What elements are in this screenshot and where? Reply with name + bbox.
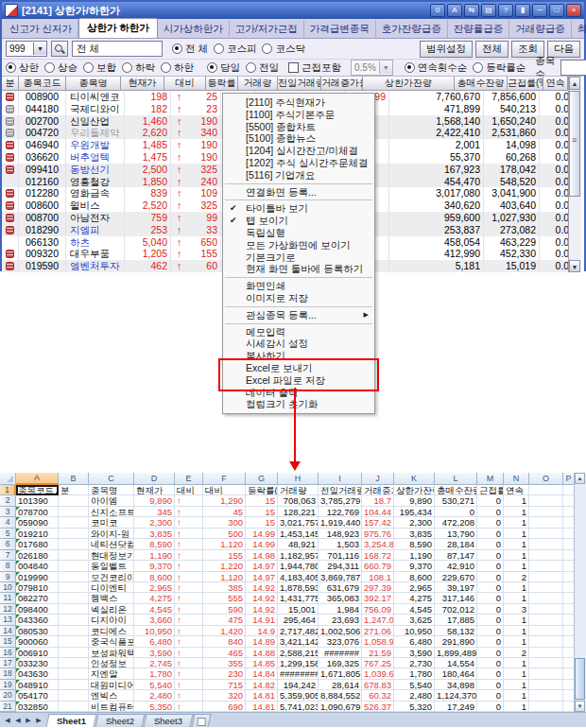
- cell-F[interactable]: 1,290: [203, 495, 246, 506]
- cell-E[interactable]: ↑: [175, 539, 203, 549]
- cell-H[interactable]: 1,878,593: [278, 582, 319, 593]
- cell-M[interactable]: 0: [477, 680, 504, 690]
- cell-B[interactable]: [59, 539, 89, 549]
- cell-L[interactable]: 317,146: [435, 593, 477, 603]
- cell-I[interactable]: 323,076: [319, 636, 362, 647]
- price-option-radio-2[interactable]: [83, 62, 94, 73]
- header-cell-A[interactable]: 종목코드: [16, 485, 59, 495]
- cell-B[interactable]: [59, 550, 89, 561]
- scroll-down-icon[interactable]: ▼: [575, 701, 585, 712]
- price-option-radio-1[interactable]: [44, 62, 55, 73]
- market-option-radio-2[interactable]: [262, 43, 272, 54]
- column-header-4[interactable]: 대비: [164, 77, 206, 91]
- sheet-nav-icon-0[interactable]: ◀: [3, 715, 12, 726]
- cell-C[interactable]: 동일벨트: [89, 561, 134, 571]
- cell-C[interactable]: 아이엠: [89, 495, 134, 506]
- row-number-3[interactable]: 3: [0, 507, 16, 517]
- cell-A[interactable]: 098400: [16, 604, 59, 615]
- menu-item-8[interactable]: 연결화면 등록...: [223, 186, 374, 199]
- menu-item-5[interactable]: [1202] 주식 실시간주문체결: [223, 157, 374, 169]
- cell-D[interactable]: 2,745: [134, 658, 175, 668]
- cell-L[interactable]: 34,898: [435, 680, 477, 690]
- cell-B[interactable]: [59, 626, 89, 636]
- cell-G[interactable]: 14.85: [246, 658, 278, 668]
- cell-A[interactable]: 079810: [16, 582, 59, 593]
- row-number-18[interactable]: 18: [0, 668, 16, 679]
- cell-J[interactable]: 526.37: [362, 702, 394, 712]
- cell-F[interactable]: 45: [203, 507, 246, 517]
- cell-A[interactable]: 082270: [16, 593, 59, 603]
- row-number-1[interactable]: 1: [0, 485, 16, 495]
- column-header-3[interactable]: 현재가: [121, 77, 164, 91]
- cell-D[interactable]: 1,190: [134, 550, 175, 561]
- cell-B[interactable]: [59, 517, 89, 528]
- cell-M[interactable]: 0: [477, 550, 504, 561]
- cell-F[interactable]: 590: [203, 604, 246, 615]
- cell-M[interactable]: 0: [477, 604, 504, 615]
- cell-N[interactable]: 1: [504, 517, 529, 528]
- stock-search-button[interactable]: [51, 41, 68, 57]
- cell-F[interactable]: 300: [203, 517, 246, 528]
- cell-N[interactable]: 1: [504, 626, 529, 636]
- cell-L[interactable]: 180,464: [435, 668, 477, 679]
- cell-G[interactable]: 14.98: [246, 550, 278, 561]
- cell-G[interactable]: 14.81: [246, 702, 278, 712]
- scroll-up-icon[interactable]: ▲: [575, 473, 585, 484]
- menu-item-23[interactable]: 시세감시 설정: [223, 338, 374, 350]
- cell-K[interactable]: 8,600: [394, 572, 435, 582]
- titlebar-icon-1[interactable]: A: [447, 4, 462, 17]
- excel-scrollbar[interactable]: ▲ ▼: [574, 473, 586, 712]
- cell-G[interactable]: 14.92: [246, 582, 278, 593]
- tab-4[interactable]: 가격급변종목: [304, 20, 376, 38]
- cell-K[interactable]: 8,590: [394, 539, 435, 549]
- row-number-21[interactable]: 21: [0, 702, 16, 712]
- cell-O[interactable]: [529, 636, 563, 647]
- cell-M[interactable]: 0: [477, 658, 504, 668]
- cell-E[interactable]: ↑: [175, 636, 203, 647]
- cell-E[interactable]: ↑: [175, 507, 203, 517]
- cell-G[interactable]: 14.9: [246, 626, 278, 636]
- cell-D[interactable]: 6,480: [134, 636, 175, 647]
- cell-E[interactable]: ↑: [175, 648, 203, 658]
- menu-item-0[interactable]: [2110] 주식현재가: [223, 96, 374, 109]
- cell-H[interactable]: 1,431,775: [278, 593, 319, 603]
- cell-C[interactable]: 중국식품포장: [89, 636, 134, 647]
- cell-E[interactable]: ↑: [175, 572, 203, 582]
- cell-K[interactable]: 3,625: [394, 615, 435, 625]
- cell-O[interactable]: [529, 658, 563, 668]
- query-button-0[interactable]: 범위설정: [420, 41, 473, 58]
- column-header-8[interactable]: 거래증가율: [321, 77, 363, 91]
- cell-N[interactable]: 1: [504, 529, 529, 539]
- cell-D[interactable]: 345: [134, 507, 175, 517]
- header-cell-I[interactable]: 전일거래량: [319, 485, 362, 495]
- cell-J[interactable]: 975.76: [362, 529, 394, 539]
- column-header-11[interactable]: 근접률(%): [508, 77, 543, 91]
- cell-G[interactable]: 14.92: [246, 604, 278, 615]
- column-letter-O[interactable]: O: [529, 473, 563, 485]
- cell-B[interactable]: [59, 593, 89, 603]
- cell-H[interactable]: 5,741,023: [278, 702, 319, 712]
- menu-item-17[interactable]: 화면인쇄: [223, 280, 374, 292]
- cell-O[interactable]: [529, 507, 563, 517]
- menu-item-28[interactable]: 컬럼크기 초기화: [223, 398, 374, 410]
- day-option-radio-0[interactable]: [207, 62, 217, 73]
- cell-F[interactable]: 715: [203, 680, 246, 690]
- day-option-radio-1[interactable]: [246, 62, 256, 73]
- header-cell-D[interactable]: 현재가: [134, 485, 175, 495]
- cell-F[interactable]: 555: [203, 593, 246, 603]
- cell-C[interactable]: 인성정보: [89, 658, 134, 668]
- menu-item-3[interactable]: [5100] 종합뉴스: [223, 132, 374, 145]
- row-number-15[interactable]: 15: [0, 636, 16, 647]
- cell-O[interactable]: [529, 529, 563, 539]
- cell-C[interactable]: 엔빅스: [89, 690, 134, 701]
- cell-E[interactable]: ↑: [175, 615, 203, 625]
- cell-M[interactable]: 0: [477, 539, 504, 549]
- near-include-option[interactable]: 근접포함: [288, 61, 341, 75]
- column-header-6[interactable]: 거래량: [238, 77, 278, 91]
- cell-J[interactable]: 60.32: [362, 690, 394, 701]
- menu-item-18[interactable]: 이미지로 저장: [223, 292, 374, 304]
- price-option-0[interactable]: 상한: [6, 61, 39, 75]
- cell-C[interactable]: 모건코리아: [89, 572, 134, 582]
- day-option-1[interactable]: 전일: [246, 61, 279, 75]
- cell-I[interactable]: 1,090,679: [319, 702, 362, 712]
